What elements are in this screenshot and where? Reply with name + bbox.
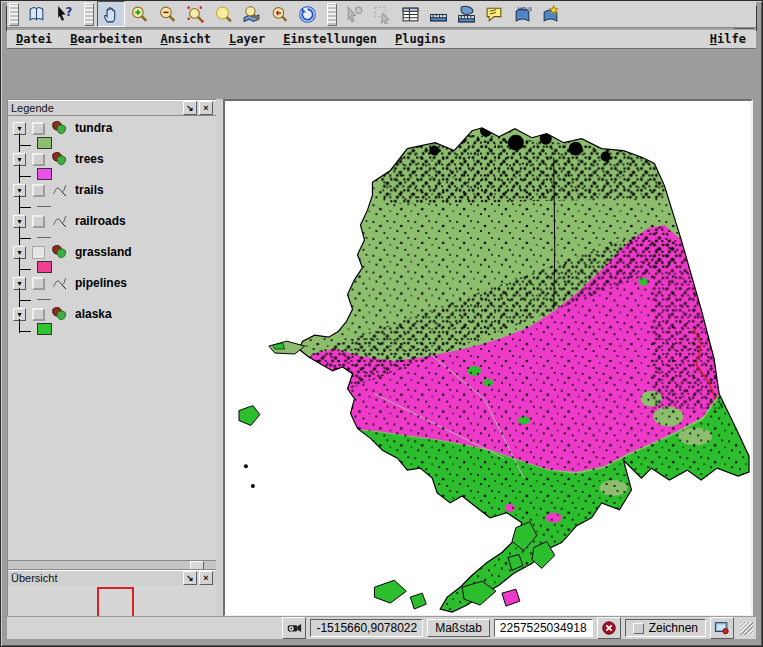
zoom-last-button[interactable] (265, 1, 293, 27)
layer-visibility-checkbox[interactable] (32, 122, 45, 135)
overview-panel: Übersicht ↘ × (7, 569, 217, 621)
layer-type-icon (50, 306, 69, 322)
toolbar-nav: ? MOVE (7, 1, 756, 28)
layer-visibility-checkbox[interactable] (32, 184, 45, 197)
stop-render-icon (601, 620, 617, 636)
layer-type-icon (50, 275, 69, 291)
layer-type-icon (50, 244, 69, 260)
zoom-in-button[interactable] (125, 1, 153, 27)
zoom-last-icon (270, 5, 289, 24)
expander-icon[interactable]: ▾ (13, 246, 26, 259)
toolbar-handle[interactable] (327, 3, 337, 26)
legend-title: Legende (11, 102, 181, 114)
tree-elbow (19, 167, 31, 177)
overview-extent-rectangle[interactable] (97, 587, 134, 618)
refresh-button[interactable] (293, 1, 321, 27)
menu-hilfe[interactable]: Hilfe (700, 31, 756, 47)
legend-titlebar[interactable]: Legende ↘ × (8, 100, 216, 116)
show-bookmarks-button[interactable] (536, 1, 564, 27)
layer-label[interactable]: alaska (75, 307, 112, 321)
pan-icon (102, 5, 121, 24)
layer-symbol-swatch (37, 206, 51, 207)
expander-icon[interactable]: ▾ (13, 277, 26, 290)
tree-elbow (19, 291, 31, 301)
map-canvas[interactable] (223, 99, 753, 617)
layer-visibility-checkbox[interactable] (32, 308, 45, 321)
legend-layer: ▾ alaska (13, 306, 216, 336)
layer-label[interactable]: tundra (75, 121, 112, 135)
layer-symbol-swatch (37, 261, 52, 273)
layer-visibility-checkbox[interactable] (32, 153, 45, 166)
new-bookmark-icon: MOVE (513, 5, 532, 24)
overview-titlebar[interactable]: Übersicht ↘ × (8, 570, 216, 586)
legend-layer: ▾ tundra (13, 120, 216, 150)
stop-render-button[interactable] (597, 617, 621, 639)
layer-label[interactable]: railroads (75, 214, 126, 228)
menubar: Datei Bearbeiten Ansicht Layer Einstellu… (7, 30, 756, 49)
layer-label[interactable]: trails (75, 183, 104, 197)
expander-icon[interactable]: ▾ (13, 153, 26, 166)
zoom-to-selection-button[interactable] (181, 1, 209, 27)
layer-label[interactable]: trees (75, 152, 104, 166)
menu-einstellungen[interactable]: Einstellungen (274, 31, 386, 47)
layer-visibility-checkbox[interactable] (32, 277, 45, 290)
map-tips-icon (485, 5, 504, 24)
layer-visibility-checkbox[interactable] (32, 215, 45, 228)
zoom-to-layer-button[interactable] (237, 1, 265, 27)
refresh-icon (298, 5, 317, 24)
menu-ansicht[interactable]: Ansicht (151, 31, 220, 47)
zoom-full-extent-button[interactable] (209, 1, 237, 27)
projection-button[interactable] (710, 617, 734, 639)
whats-this-button[interactable]: ? (50, 1, 78, 27)
overview-map[interactable] (8, 585, 216, 620)
statusbar: -1515660,9078022 Maßstab 2257525034918 Z… (7, 616, 756, 639)
measure-line-button[interactable] (424, 1, 452, 27)
legend-layer: ▾ railroads (13, 213, 216, 243)
help-contents-button[interactable] (22, 1, 50, 27)
overview-close-button[interactable]: × (199, 571, 213, 585)
legend-close-button[interactable]: × (199, 101, 213, 115)
map-tips-button[interactable] (480, 1, 508, 27)
expander-icon[interactable]: ▾ (13, 184, 26, 197)
scale-input[interactable]: 2257525034918 (494, 619, 593, 637)
overview-title: Übersicht (11, 572, 181, 584)
legend-float-button[interactable]: ↘ (183, 101, 197, 115)
layer-label[interactable]: pipelines (75, 276, 127, 290)
new-bookmark-button[interactable]: MOVE (508, 1, 536, 27)
identify-button[interactable] (340, 1, 368, 27)
toolbar-handle[interactable] (84, 3, 94, 26)
tree-elbow (19, 229, 31, 239)
pan-button[interactable] (97, 1, 125, 27)
window-frame: Quantum GIS -1.0.0-Kore alska_veg_beispi… (0, 0, 763, 647)
zoom-out-icon (158, 5, 177, 24)
layer-label[interactable]: grassland (75, 245, 132, 259)
panel-splitter[interactable] (216, 99, 223, 617)
scale-label: Maßstab (427, 619, 490, 637)
menu-bearbeiten[interactable]: Bearbeiten (61, 31, 151, 47)
layer-visibility-checkbox[interactable] (32, 246, 45, 259)
zoom-full-extent-icon (214, 5, 233, 24)
overview-float-button[interactable]: ↘ (183, 571, 197, 585)
tree-elbow (19, 322, 31, 332)
render-toggle[interactable]: Zeichnen (625, 619, 706, 637)
legend-layer: ▾ pipelines (13, 275, 216, 305)
zoom-out-button[interactable] (153, 1, 181, 27)
attribute-table-button[interactable] (396, 1, 424, 27)
measure-area-button[interactable] (452, 1, 480, 27)
expander-icon[interactable]: ▾ (13, 308, 26, 321)
menu-datei[interactable]: Datei (7, 31, 61, 47)
menu-layer[interactable]: Layer (220, 31, 274, 47)
show-bookmarks-icon (541, 5, 560, 24)
resize-grip[interactable] (740, 622, 753, 635)
render-checkbox[interactable] (633, 623, 644, 634)
select-features-button[interactable] (368, 1, 396, 27)
legend-panel: Legende ↘ × ▾ tundra ▾ trees ▾ (7, 99, 217, 571)
zoom-to-layer-icon (242, 5, 261, 24)
toolbar-handle[interactable] (9, 3, 19, 26)
projector-button[interactable] (282, 617, 306, 639)
zoom-to-selection-icon (186, 5, 205, 24)
expander-icon[interactable]: ▾ (13, 122, 26, 135)
layer-type-icon (50, 213, 69, 229)
expander-icon[interactable]: ▾ (13, 215, 26, 228)
menu-plugins[interactable]: Plugins (386, 31, 455, 47)
